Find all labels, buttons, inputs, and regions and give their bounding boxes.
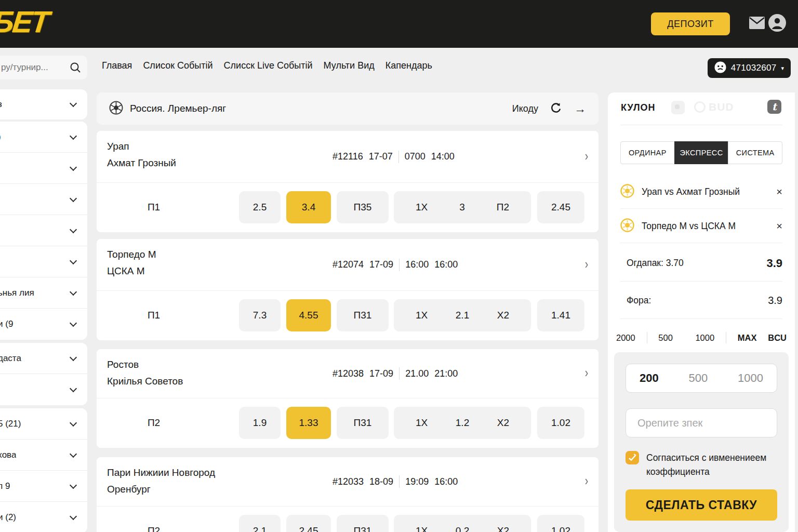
odds-value[interactable]: 3 <box>459 202 465 213</box>
agree-odds-change-row[interactable]: Согпаситься с ивменениеем коэффициента <box>626 451 777 479</box>
odds-label[interactable]: X2 <box>497 310 509 321</box>
odds-label[interactable]: 1X <box>416 310 428 321</box>
bet-type-label: П1 <box>133 291 175 340</box>
league-title: Россия. Лремьер-ляг <box>130 103 226 114</box>
odds-label[interactable]: 1X <box>416 202 428 213</box>
sidebar-item[interactable]: ьнья лия <box>0 277 87 309</box>
nav-item-live-events[interactable]: Слисск Live Событій <box>224 60 313 71</box>
tab-express[interactable]: ЭКСПРЕСС <box>674 141 729 164</box>
sidebar-item[interactable] <box>0 246 87 277</box>
tab-system[interactable]: СИСТЕМА <box>728 141 782 164</box>
divider <box>726 332 726 343</box>
nav-item-calendar[interactable]: Капендарь <box>385 60 432 71</box>
odds-cell[interactable]: П31 <box>337 299 389 331</box>
match-row[interactable]: Пари Нижиии Новгород Оренбург #12033 18-… <box>97 457 598 507</box>
odds-cell[interactable]: П31 <box>337 407 389 439</box>
match-date: 17-07 <box>369 151 393 162</box>
odds-cell[interactable]: 1.02 <box>537 407 584 439</box>
clear-coupon-icon[interactable]: t <box>767 100 781 114</box>
stake-amount-box[interactable]: 200 500 1000 <box>626 364 777 393</box>
coupon-save-icon[interactable] <box>671 101 685 114</box>
sidebar-item[interactable]: даста <box>0 343 87 374</box>
odds-label[interactable]: 1X <box>416 417 428 429</box>
match-id: #12116 <box>332 151 363 162</box>
match-time-2: 16:00 <box>434 476 458 487</box>
odds-cell[interactable]: 1.9 <box>239 407 281 439</box>
search-box[interactable] <box>0 56 87 79</box>
mail-icon[interactable] <box>749 16 765 31</box>
nav-item-multi-view[interactable]: Мульти Вид <box>324 60 375 71</box>
match-row[interactable]: Ростов Криілья Советов #12038 17-09 21.0… <box>97 349 598 398</box>
odds-cell-group[interactable]: 1X 3 П2 <box>394 191 531 223</box>
chevron-right-icon: › <box>585 365 588 381</box>
ghost-circle-icon <box>694 101 706 113</box>
odds-cell-selected[interactable]: 3.4 <box>286 191 331 223</box>
odds-cell-group[interactable]: 1X 0.2 X2 <box>394 515 531 532</box>
odds-value[interactable]: 1.2 <box>456 417 469 429</box>
odds-row: П2 2.1 2.45 П31 1X 0.2 X2 1.02 <box>97 507 598 532</box>
odds-cell[interactable]: 1.02 <box>537 515 584 532</box>
match-row[interactable]: Торпедо М ЦСКА М #12074 17-09 16:00 16:0… <box>97 239 598 291</box>
sidebar-item[interactable]: и (9 <box>0 309 87 340</box>
odds-cell[interactable]: П31 <box>337 515 389 532</box>
match-row[interactable]: Урап Ахмат Грозный #12116 17-07 0700 14:… <box>97 131 598 183</box>
odds-cell[interactable]: 2.45 <box>286 515 331 532</box>
odds-cell-selected[interactable]: 4.55 <box>286 299 331 331</box>
sidebar-item[interactable]: 5 (21) <box>0 408 87 440</box>
tab-ordinar[interactable]: ОРДИНАР <box>620 141 675 164</box>
sidebar-item[interactable] <box>0 374 87 405</box>
arrow-right-icon[interactable]: → <box>574 103 586 115</box>
quick-amount-button[interactable]: 1000 <box>695 333 714 343</box>
odds-label[interactable]: X2 <box>497 417 509 429</box>
place-bet-button[interactable]: СДЕЛАТЬ СТАВКУ <box>626 489 777 521</box>
odds-label[interactable]: 1X <box>416 525 428 532</box>
sidebar-item[interactable] <box>0 153 87 184</box>
nav-item-home[interactable]: Главая <box>102 60 132 71</box>
odds-value[interactable]: 2.1 <box>456 310 469 321</box>
close-icon[interactable]: × <box>776 186 782 198</box>
stake-value[interactable]: 200 <box>640 371 659 385</box>
odds-label[interactable]: П2 <box>497 202 509 213</box>
search-icon <box>70 62 81 75</box>
odds-cell-selected[interactable]: 1.33 <box>286 407 331 439</box>
odds-cell[interactable]: 2.5 <box>239 191 281 223</box>
odds-cell-group[interactable]: 1X 1.2 X2 <box>394 407 531 439</box>
promo-code-input[interactable] <box>626 409 777 437</box>
sidebar-item[interactable]: кова <box>0 440 87 471</box>
odds-cell-group[interactable]: 1X 2.1 X2 <box>394 299 531 331</box>
home-team: Торпедо М <box>107 246 156 263</box>
sidebar-item[interactable] <box>0 215 87 246</box>
match-card: Торпедо М ЦСКА М #12074 17-09 16:00 16:0… <box>97 239 598 340</box>
agree-checkbox[interactable] <box>626 451 639 464</box>
odds-cell[interactable]: 7.3 <box>239 299 281 331</box>
user-avatar-icon[interactable] <box>768 14 787 34</box>
nav-item-events-list[interactable]: Слисок Событій <box>143 60 212 71</box>
league-header: Россия. Лремьер-ляг Икоду → <box>97 92 598 125</box>
chevron-down-icon <box>70 513 77 520</box>
divider <box>399 259 400 271</box>
account-menu[interactable]: 471032607 ▾ <box>708 58 791 78</box>
sidebar-item[interactable]: и (2) <box>0 502 87 532</box>
odds-cell[interactable]: П35 <box>337 191 389 223</box>
chevron-down-icon <box>70 385 77 392</box>
sidebar-item[interactable]: з <box>0 89 87 119</box>
odds-value[interactable]: 0.2 <box>456 525 469 532</box>
stake-option[interactable]: 500 <box>689 371 708 385</box>
main-navigation: Главая Слисок Событій Слисск Live Событі… <box>102 48 432 83</box>
refresh-icon[interactable] <box>551 102 562 115</box>
divider <box>398 151 399 163</box>
sidebar-item[interactable]: п 9 <box>0 471 87 502</box>
max-amount-button[interactable]: MAX <box>738 333 757 343</box>
odds-cell[interactable]: 2.45 <box>537 191 584 223</box>
quick-amount-button[interactable]: 2000 <box>616 333 635 343</box>
deposit-button[interactable]: ДЕПОЗИТ <box>651 12 730 35</box>
stake-option[interactable]: 1000 <box>738 371 763 385</box>
odds-cell[interactable]: 2.1 <box>239 515 281 532</box>
divider <box>399 367 400 380</box>
odds-cell[interactable]: 1.41 <box>537 299 584 331</box>
odds-label[interactable]: X2 <box>497 525 509 532</box>
sidebar-item[interactable] <box>0 184 87 215</box>
sidebar-item[interactable]: ) <box>0 122 87 153</box>
close-icon[interactable]: × <box>776 220 782 232</box>
quick-amount-button[interactable]: 500 <box>658 333 673 343</box>
